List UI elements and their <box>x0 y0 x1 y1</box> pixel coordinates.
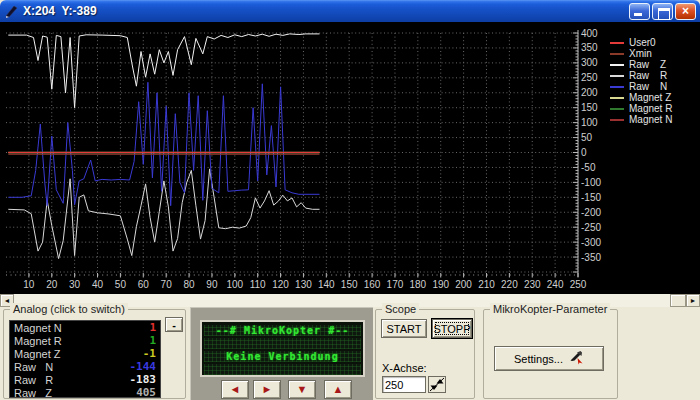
analog-row-value: -1 <box>143 347 156 360</box>
lcd-panel: --# MikroKopter #--Keine Verbindung ◄►▼▲ <box>190 307 373 400</box>
svg-text:70: 70 <box>161 279 173 290</box>
lcd-right-button[interactable]: ► <box>253 380 281 399</box>
legend-swatch <box>610 53 624 55</box>
legend-label: User0 <box>629 37 656 48</box>
lcd-right-arrow-icon: ► <box>262 384 273 395</box>
svg-text:180: 180 <box>409 279 426 290</box>
svg-text:100: 100 <box>226 279 243 290</box>
scope-control-panel: Scope START STOPP X-Achse: <box>375 309 475 399</box>
svg-text:50: 50 <box>115 279 127 290</box>
scope-panel-title: Scope <box>382 303 419 316</box>
legend-item: Raw N <box>610 81 672 92</box>
lcd-down-button[interactable]: ▼ <box>288 380 316 399</box>
analog-row-value: -144 <box>130 360 157 373</box>
svg-text:40: 40 <box>92 279 104 290</box>
legend-label: Xmin <box>629 48 652 59</box>
window-title: X:204 Y:-389 <box>23 4 629 18</box>
parameter-panel-title: MikroKopter-Parameter <box>490 303 610 316</box>
svg-text:250: 250 <box>581 72 598 83</box>
analog-panel-title: Analog (click to switch) <box>10 303 128 316</box>
legend-item: Raw Z <box>610 59 672 70</box>
legend-label: Raw R <box>629 70 667 81</box>
analog-row-label: Raw N <box>14 361 53 373</box>
svg-text:170: 170 <box>387 279 404 290</box>
lcd-up-arrow-icon: ▲ <box>333 384 344 395</box>
x-axis-spinner[interactable] <box>428 376 446 393</box>
analog-collapse-button[interactable]: - <box>165 317 183 332</box>
svg-text:0: 0 <box>581 147 587 158</box>
stop-button[interactable]: STOPP <box>432 319 472 338</box>
svg-text:60: 60 <box>138 279 150 290</box>
legend-label: Raw N <box>629 81 667 92</box>
legend-item: Xmin <box>610 48 672 59</box>
svg-text:100: 100 <box>581 117 598 128</box>
scroll-right-button[interactable]: ► <box>686 294 700 307</box>
app-icon <box>4 4 19 19</box>
svg-text:80: 80 <box>183 279 195 290</box>
svg-text:200: 200 <box>455 279 472 290</box>
svg-text:-200: -200 <box>581 207 601 218</box>
lcd-down-arrow-icon: ▼ <box>297 384 308 395</box>
svg-text:130: 130 <box>295 279 312 290</box>
svg-text:200: 200 <box>581 87 598 98</box>
app-window: X:204 Y:-389 × 400350300250200150100500-… <box>0 0 700 400</box>
analog-panel: Analog (click to switch) Magnet N1Magnet… <box>3 309 186 399</box>
maximize-button[interactable] <box>652 3 673 20</box>
analog-row-value: 1 <box>149 334 156 347</box>
start-button[interactable]: START <box>381 319 427 338</box>
legend-label: Magnet N <box>629 114 672 125</box>
svg-text:-150: -150 <box>581 192 601 203</box>
lcd-line: Keine Verbindung <box>204 351 361 362</box>
analog-row[interactable]: Raw R-183 <box>10 373 160 386</box>
lcd-left-button[interactable]: ◄ <box>221 380 249 399</box>
analog-row-label: Magnet R <box>14 335 62 347</box>
scope-plot[interactable]: 400350300250200150100500-50-100-150-200-… <box>0 22 700 294</box>
close-button[interactable]: × <box>675 3 696 20</box>
analog-row-label: Raw Z <box>14 387 52 399</box>
svg-text:-100: -100 <box>581 177 601 188</box>
legend-item: Raw R <box>610 70 672 81</box>
legend-label: Magnet R <box>629 103 672 114</box>
bottom-panel: Analog (click to switch) Magnet N1Magnet… <box>0 307 700 400</box>
analog-row-label: Magnet Z <box>14 348 60 360</box>
svg-text:250: 250 <box>570 279 587 290</box>
svg-text:140: 140 <box>318 279 335 290</box>
svg-text:400: 400 <box>581 28 598 39</box>
analog-row-value: -183 <box>130 373 157 386</box>
svg-text:230: 230 <box>524 279 541 290</box>
analog-row[interactable]: Raw Z405 <box>10 386 160 398</box>
analog-row[interactable]: Raw N-144 <box>10 360 160 373</box>
svg-text:50: 50 <box>581 132 593 143</box>
x-axis-input[interactable] <box>382 376 426 393</box>
analog-row[interactable]: Magnet N1 <box>10 321 160 334</box>
legend-swatch <box>610 42 624 44</box>
svg-text:150: 150 <box>341 279 358 290</box>
analog-row[interactable]: Magnet Z-1 <box>10 347 160 360</box>
svg-text:20: 20 <box>46 279 58 290</box>
lcd-up-button[interactable]: ▲ <box>324 380 352 399</box>
scope-plot-area[interactable]: 400350300250200150100500-50-100-150-200-… <box>0 22 700 294</box>
svg-text:-300: -300 <box>581 237 601 248</box>
plot-legend: User0XminRaw ZRaw RRaw NMagnet ZMagnet R… <box>610 37 672 125</box>
legend-item: Magnet R <box>610 103 672 114</box>
analog-list[interactable]: Magnet N1Magnet R1Magnet Z-1Raw N-144Raw… <box>9 320 161 398</box>
svg-text:-250: -250 <box>581 222 601 233</box>
legend-swatch <box>610 86 624 88</box>
settings-button[interactable]: Settings... <box>494 346 604 371</box>
settings-icon <box>569 350 584 367</box>
svg-text:30: 30 <box>69 279 81 290</box>
svg-text:220: 220 <box>501 279 518 290</box>
scroll-thumb[interactable] <box>670 294 686 307</box>
titlebar[interactable]: X:204 Y:-389 × <box>0 0 700 22</box>
analog-row[interactable]: Magnet R1 <box>10 334 160 347</box>
minimize-button[interactable] <box>629 3 650 20</box>
svg-text:-50: -50 <box>581 162 596 173</box>
svg-text:-350: -350 <box>581 252 601 263</box>
svg-text:240: 240 <box>547 279 564 290</box>
svg-text:300: 300 <box>581 57 598 68</box>
settings-button-label: Settings... <box>514 353 563 365</box>
analog-row-value: 405 <box>136 386 156 398</box>
svg-text:160: 160 <box>364 279 381 290</box>
legend-item: User0 <box>610 37 672 48</box>
svg-text:190: 190 <box>432 279 449 290</box>
